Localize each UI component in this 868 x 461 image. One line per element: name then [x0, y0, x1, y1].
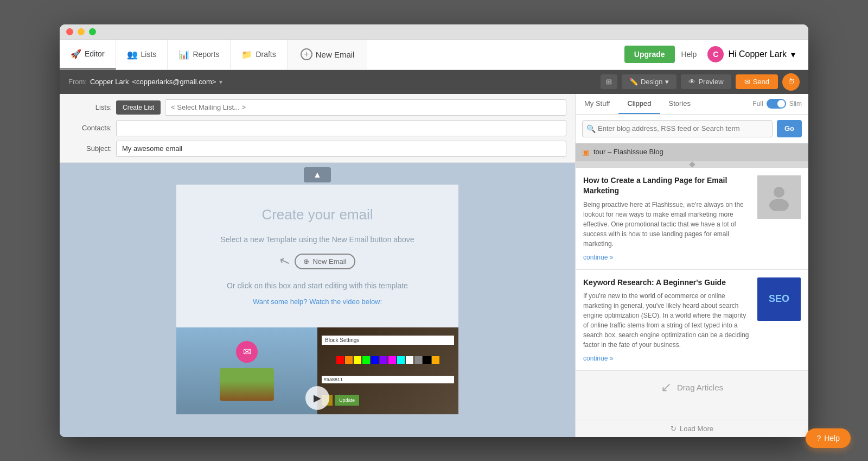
close-dot[interactable] [66, 28, 73, 35]
lists-label: Lists: [68, 103, 112, 111]
go-button[interactable]: Go [777, 120, 802, 137]
tab-reports[interactable]: 📊 Reports [168, 40, 231, 70]
create-list-button[interactable]: Create List [116, 100, 161, 115]
timer-button[interactable]: ⏱ [782, 73, 800, 91]
from-dropdown-icon[interactable]: ▾ [219, 78, 222, 86]
design-chevron: ▾ [665, 78, 669, 86]
article-continue-link[interactable]: continue » [583, 355, 613, 362]
tab-stories[interactable]: Stories [660, 94, 699, 114]
tab-lists[interactable]: 👥 Lists [116, 40, 168, 70]
editor-toolbar: From: Copper Lark <copperlarks@gmail.com… [60, 70, 808, 94]
update-btn: Update [335, 395, 359, 406]
color-swatch-blue [371, 356, 379, 364]
color-swatch-white [406, 356, 413, 364]
help-float-label: Help [824, 434, 840, 443]
person-silhouette [768, 184, 790, 211]
editor-panel: Lists: Create List Contacts: Subject: ▲ [60, 94, 575, 437]
mailing-list-select[interactable] [165, 99, 566, 116]
video-preview-container[interactable]: Edit ✉ Block Settings [176, 327, 458, 414]
article-excerpt: If you're new to the world of ecommerce … [583, 291, 751, 350]
article-item[interactable]: How to Create a Landing Page for Email M… [576, 168, 808, 270]
contacts-label: Contacts: [68, 124, 112, 132]
lists-row: Lists: Create List [68, 99, 566, 116]
color-swatch-orange [345, 356, 353, 364]
rss-icon: ▣ [582, 148, 589, 156]
article-title: Keyword Research: A Beginner's Guide [583, 277, 751, 288]
view-toggle-switch[interactable] [767, 99, 786, 109]
color-swatch-purple [380, 356, 387, 364]
article-item[interactable]: Keyword Research: A Beginner's Guide If … [576, 270, 808, 371]
create-email-title: Create your email [261, 206, 373, 223]
article-thumbnail [757, 175, 801, 219]
color-swatch-magenta [388, 356, 396, 364]
article-continue-link[interactable]: continue » [583, 254, 613, 261]
chevron-up-icon: ▲ [313, 170, 322, 180]
feed-source-bar: ▣ tour – Flashissue Blog [576, 143, 808, 161]
design-button[interactable]: ✏️ Design ▾ [622, 74, 676, 89]
tab-lists-label: Lists [141, 50, 157, 59]
nav-right: Upgrade Help C Hi Copper Lark ▾ [616, 40, 808, 70]
email-placeholder-area[interactable]: Create your email Select a new Template … [176, 185, 458, 327]
subject-input[interactable] [116, 141, 566, 157]
plus-circle-icon: ⊕ [303, 257, 309, 266]
play-icon: ▶ [305, 386, 329, 410]
color-swatch-green [362, 356, 370, 364]
video-left-panel: ✉ [176, 327, 317, 414]
tab-editor-label: Editor [85, 49, 105, 58]
toggle-knob [777, 100, 785, 108]
help-circle-icon: ? [816, 434, 821, 443]
refresh-icon: ↻ [671, 425, 676, 433]
watch-video-link[interactable]: Want some help? Watch the video below: [253, 298, 382, 306]
tab-drafts-label: Drafts [256, 50, 276, 59]
subject-label: Subject: [68, 144, 112, 153]
play-button-overlay[interactable]: ▶ [305, 386, 329, 410]
preview-button[interactable]: 👁 Preview [681, 74, 731, 89]
right-panel-header: My Stuff Clipped Stories Full Slim [576, 94, 808, 115]
hash-field: #aa8811 [322, 376, 454, 383]
minimize-dot[interactable] [78, 28, 85, 35]
color-swatch-red [336, 356, 344, 364]
load-more-bar[interactable]: ↻ Load More [576, 420, 808, 437]
upgrade-button[interactable]: Upgrade [624, 46, 675, 63]
tab-my-stuff[interactable]: My Stuff [576, 94, 618, 114]
from-label: From: [68, 78, 87, 86]
app-window: 🚀 Editor 👥 Lists 📊 Reports 📁 Drafts + Ne… [60, 24, 808, 437]
tab-clipped[interactable]: Clipped [618, 94, 660, 114]
user-name: Hi Copper Lark [728, 49, 787, 59]
tab-drafts[interactable]: 📁 Drafts [231, 40, 287, 70]
send-button[interactable]: ✉ Send [736, 74, 778, 89]
svg-point-1 [769, 199, 789, 211]
template-icon-button[interactable]: ⊞ [601, 74, 617, 89]
help-button[interactable]: Help [681, 50, 697, 59]
tab-editor[interactable]: 🚀 Editor [60, 40, 116, 70]
video-screenshot: Edit ✉ Block Settings [176, 327, 458, 414]
collapse-button[interactable]: ▲ [304, 167, 331, 182]
maximize-dot[interactable] [89, 28, 96, 35]
help-float-button[interactable]: ? Help [806, 428, 851, 448]
send-label: Send [753, 78, 769, 86]
diamond-icon [689, 161, 695, 167]
email-canvas[interactable]: ▲ Create your email Select a new Templat… [60, 163, 575, 437]
new-email-inline-button[interactable]: ⊕ New Email [295, 254, 355, 269]
user-menu[interactable]: C Hi Copper Lark ▾ [703, 44, 800, 65]
preview-label: Preview [698, 78, 723, 86]
search-input[interactable] [582, 120, 773, 137]
full-view-label: Full [752, 100, 763, 108]
color-swatches [322, 356, 454, 364]
contacts-input[interactable] [116, 120, 566, 136]
new-email-tab[interactable]: + New Email [288, 40, 368, 70]
email-form: Lists: Create List Contacts: Subject: [60, 94, 575, 163]
plus-icon: + [301, 48, 312, 60]
select-template-text: Select a new Template using the New Emai… [221, 235, 414, 244]
seo-text: SEO [769, 293, 789, 305]
drafts-icon: 📁 [241, 49, 252, 60]
svg-point-0 [774, 187, 784, 198]
video-right-panel: Block Settings [317, 327, 458, 414]
contacts-row: Contacts: [68, 120, 566, 136]
color-panel-title: Block Settings [322, 336, 454, 345]
color-swatch-black [423, 356, 431, 364]
drag-hint-label: Drag Articles [677, 383, 723, 392]
email-template-container[interactable]: Create your email Select a new Template … [176, 185, 458, 414]
view-toggle: Full Slim [746, 99, 808, 109]
load-more-label: Load More [680, 425, 713, 433]
